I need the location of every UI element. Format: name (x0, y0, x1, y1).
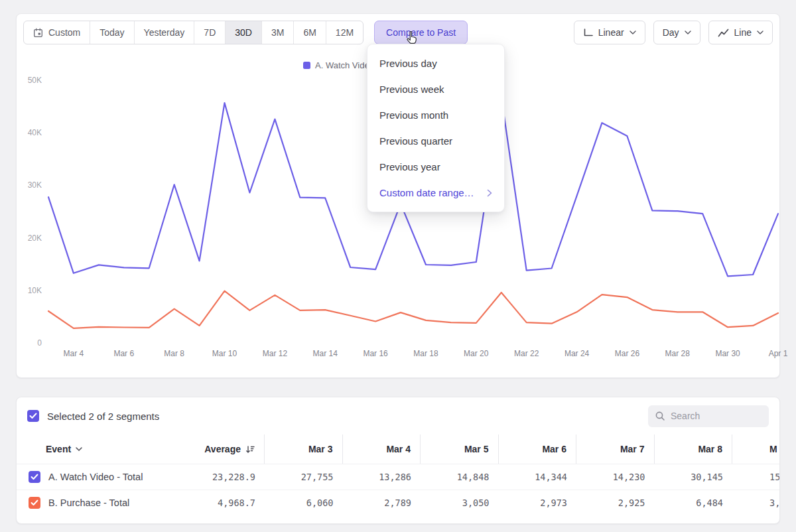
select-all-checkbox[interactable] (27, 410, 39, 422)
date-column-header[interactable]: Mar 6 (499, 434, 577, 464)
search-box[interactable] (648, 405, 769, 427)
svg-text:Mar 8: Mar 8 (164, 349, 184, 358)
svg-text:Mar 12: Mar 12 (263, 349, 288, 358)
line-chart-icon (718, 29, 729, 37)
svg-text:Mar 6: Mar 6 (113, 349, 134, 358)
range-7d[interactable]: 7D (194, 21, 226, 44)
chart-type-label: Line (734, 27, 752, 38)
average-cell: 4,968.7 (190, 498, 265, 508)
range-30d[interactable]: 30D (226, 21, 262, 44)
value-cell-clipped: 15, (732, 472, 780, 482)
value-cell: 2,973 (499, 498, 577, 508)
chevron-down-icon (76, 447, 82, 451)
interval-dropdown[interactable]: Day (653, 21, 700, 44)
svg-text:Mar 28: Mar 28 (665, 349, 691, 358)
event-column-header[interactable]: Event (17, 434, 190, 464)
row-checkbox[interactable] (29, 497, 40, 509)
chevron-down-icon (757, 31, 763, 34)
value-cell: 6,060 (265, 498, 343, 508)
svg-text:Mar 18: Mar 18 (413, 349, 438, 358)
svg-text:Mar 26: Mar 26 (615, 349, 640, 358)
segment-name: B. Purchase - Total (48, 498, 129, 508)
svg-text:30K: 30K (28, 180, 42, 190)
chevron-down-icon (630, 31, 636, 34)
range-6m[interactable]: 6M (294, 21, 326, 44)
table-row-watch-video[interactable]: A. Watch Video - Total 23,228.9 27,755 1… (17, 464, 779, 490)
range-yesterday[interactable]: Yesterday (135, 21, 195, 44)
menu-item-custom-date-range[interactable]: Custom date range… (367, 180, 504, 206)
row-label-cell: B. Purchase - Total (17, 497, 190, 509)
calendar-icon (33, 28, 43, 38)
scale-label: Linear (598, 27, 624, 38)
date-column-header[interactable]: Mar 7 (576, 434, 655, 464)
value-cell: 13,286 (343, 472, 421, 482)
range-3m[interactable]: 3M (262, 21, 294, 44)
svg-text:Mar 24: Mar 24 (564, 349, 590, 358)
interval-label: Day (663, 27, 679, 38)
menu-item-label: Custom date range… (379, 187, 474, 198)
value-cell-clipped: 3, (732, 498, 780, 508)
date-column-header[interactable]: Mar 4 (343, 434, 421, 464)
svg-text:Mar 22: Mar 22 (514, 349, 539, 358)
table-row-purchase[interactable]: B. Purchase - Total 4,968.7 6,060 2,789 … (17, 490, 779, 515)
svg-text:Mar 10: Mar 10 (212, 349, 237, 358)
chevron-right-icon (487, 189, 492, 197)
value-cell: 6,484 (655, 498, 733, 508)
svg-text:Mar 30: Mar 30 (715, 349, 740, 358)
value-cell: 14,230 (576, 472, 655, 482)
date-column-header[interactable]: Mar 5 (421, 434, 499, 464)
svg-text:50K: 50K (28, 76, 42, 85)
value-cell: 2,789 (343, 498, 421, 508)
svg-text:0: 0 (37, 338, 42, 348)
value-cell: 14,344 (499, 472, 577, 482)
linear-axis-icon (583, 29, 593, 37)
date-column-header-clipped[interactable]: M (732, 434, 780, 464)
date-column-header[interactable]: Mar 3 (265, 434, 343, 464)
sort-descending-icon (245, 445, 255, 454)
value-cell: 14,848 (421, 472, 499, 482)
average-column-header[interactable]: Average (190, 434, 265, 464)
average-header-label: Average (204, 444, 241, 454)
value-cell: 30,145 (655, 472, 733, 482)
date-column-header[interactable]: Mar 8 (655, 434, 733, 464)
value-cell: 27,755 (265, 472, 343, 482)
range-today[interactable]: Today (90, 21, 134, 44)
segments-panel: Selected 2 of 2 segments Event Average (16, 397, 780, 524)
svg-text:Mar 14: Mar 14 (313, 349, 338, 358)
custom-range-label: Custom (48, 27, 80, 38)
menu-item-previous-day[interactable]: Previous day (367, 50, 504, 76)
svg-text:20K: 20K (28, 233, 42, 243)
date-range-picker: Custom Today Yesterday 7D 30D 3M 6M 12M (23, 21, 364, 44)
average-cell: 23,228.9 (190, 472, 265, 482)
menu-item-previous-month[interactable]: Previous month (367, 102, 504, 128)
range-12m[interactable]: 12M (326, 21, 363, 44)
menu-item-previous-quarter[interactable]: Previous quarter (367, 128, 504, 154)
value-cell: 2,925 (576, 498, 655, 508)
svg-text:10K: 10K (28, 286, 42, 295)
selected-count-label: Selected 2 of 2 segments (47, 411, 159, 422)
segments-header: Selected 2 of 2 segments (17, 397, 779, 434)
insights-page: Custom Today Yesterday 7D 30D 3M 6M 12M … (0, 0, 796, 532)
chart-type-dropdown[interactable]: Line (708, 21, 773, 44)
svg-text:Mar 4: Mar 4 (64, 349, 84, 358)
segment-name: A. Watch Video - Total (48, 472, 143, 482)
svg-text:40K: 40K (28, 128, 42, 137)
menu-item-previous-week[interactable]: Previous week (367, 76, 504, 102)
compare-to-past-menu: Previous day Previous week Previous mont… (367, 44, 505, 212)
search-input[interactable] (671, 411, 758, 421)
row-label-cell: A. Watch Video - Total (17, 471, 190, 483)
svg-text:Apr 1: Apr 1 (769, 349, 788, 358)
chevron-down-icon (685, 31, 691, 34)
toolbar: Custom Today Yesterday 7D 30D 3M 6M 12M … (23, 21, 773, 44)
scale-dropdown[interactable]: Linear (574, 21, 645, 44)
value-cell: 3,050 (421, 498, 499, 508)
search-icon (655, 411, 665, 421)
menu-item-previous-year[interactable]: Previous year (367, 154, 504, 180)
svg-text:Mar 20: Mar 20 (464, 349, 489, 358)
compare-to-past-button[interactable]: Compare to Past (374, 21, 468, 44)
svg-text:Mar 16: Mar 16 (363, 349, 388, 358)
table-header-row: Event Average Mar 3 Mar 4 Mar 5 Mar 6 Ma… (17, 434, 779, 464)
custom-range-button[interactable]: Custom (24, 21, 90, 44)
event-header-label: Event (46, 444, 71, 454)
row-checkbox[interactable] (29, 471, 40, 483)
